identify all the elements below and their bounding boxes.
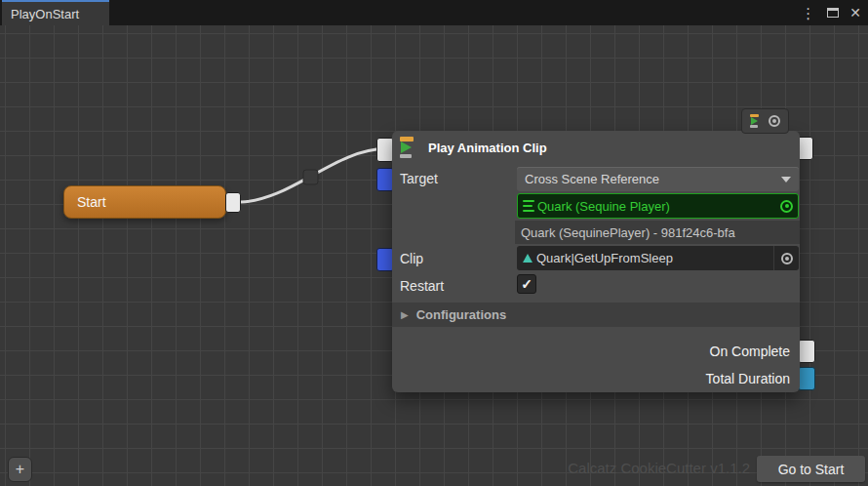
restart-checkbox[interactable]: ✓ <box>517 274 536 294</box>
foldout-arrow-icon: ▶ <box>401 309 409 320</box>
check-icon: ✓ <box>521 276 533 292</box>
watermark: Calcatz CookieCutter v1.1.2 <box>568 460 750 476</box>
target-dropdown-value: Cross Scene Reference <box>525 172 659 186</box>
go-to-start-button[interactable]: Go to Start <box>757 456 865 482</box>
total-duration-label: Total Duration <box>706 367 790 390</box>
animation-clip-mini-icon <box>523 254 533 263</box>
tab-playonstart[interactable]: PlayOnStart <box>2 0 109 25</box>
window-controls: ⋮ ✕ <box>799 0 862 25</box>
reference-selected-row[interactable]: Quark (Sequine Player) <box>517 193 799 219</box>
tab-label: PlayOnStart <box>11 7 79 21</box>
title-bar: PlayOnStart ⋮ ✕ <box>0 0 868 25</box>
node-title: Play Animation Clip <box>428 141 547 155</box>
close-icon[interactable]: ✕ <box>848 6 862 20</box>
clip-object-field[interactable]: Quark|GetUpFromSleep <box>517 246 799 270</box>
go-to-start-label: Go to Start <box>778 462 845 477</box>
reference-id-label: Quark (SequinePlayer) - 981f24c6-bfa <box>521 225 735 240</box>
target-dropdown[interactable]: Cross Scene Reference <box>517 167 799 191</box>
on-complete-port[interactable] <box>798 340 815 363</box>
configurations-foldout[interactable]: ▶ Configurations <box>392 303 800 327</box>
reference-ping-icon[interactable] <box>780 200 793 213</box>
node-toolbox <box>741 108 789 134</box>
play-animation-clip-node[interactable]: Play Animation Clip Target Cross Scene R… <box>392 131 800 392</box>
menu-icon[interactable]: ⋮ <box>799 6 817 20</box>
reference-id-row[interactable]: Quark (SequinePlayer) - 981f24c6-bfa <box>515 221 800 244</box>
animation-clip-icon <box>400 137 419 158</box>
clip-label: Clip <box>400 247 423 270</box>
on-complete-label: On Complete <box>710 340 790 363</box>
reference-selected-label: Quark (Sequine Player) <box>537 199 670 214</box>
add-node-button[interactable]: + <box>8 457 32 482</box>
configurations-label: Configurations <box>416 307 506 322</box>
unity-graph-window: Start Play Animation Clip Target Cross S… <box>0 0 868 486</box>
target-label: Target <box>400 167 438 190</box>
clip-object-picker[interactable] <box>773 246 799 270</box>
plus-icon: + <box>16 461 24 478</box>
total-duration-port[interactable] <box>798 367 815 390</box>
clip-value: Quark|GetUpFromSleep <box>536 251 673 265</box>
restart-label: Restart <box>400 274 444 298</box>
start-node[interactable]: Start <box>63 185 226 219</box>
start-node-label: Start <box>77 194 106 210</box>
toolbox-ping-icon[interactable] <box>769 115 780 127</box>
chevron-down-icon <box>781 177 791 182</box>
toolbox-animation-clip-icon[interactable] <box>750 114 763 128</box>
start-output-port[interactable] <box>225 192 241 213</box>
object-picker-icon <box>781 253 793 264</box>
maximize-icon[interactable] <box>827 8 839 18</box>
node-header[interactable]: Play Animation Clip <box>392 131 800 164</box>
reference-object-icon <box>523 200 534 212</box>
